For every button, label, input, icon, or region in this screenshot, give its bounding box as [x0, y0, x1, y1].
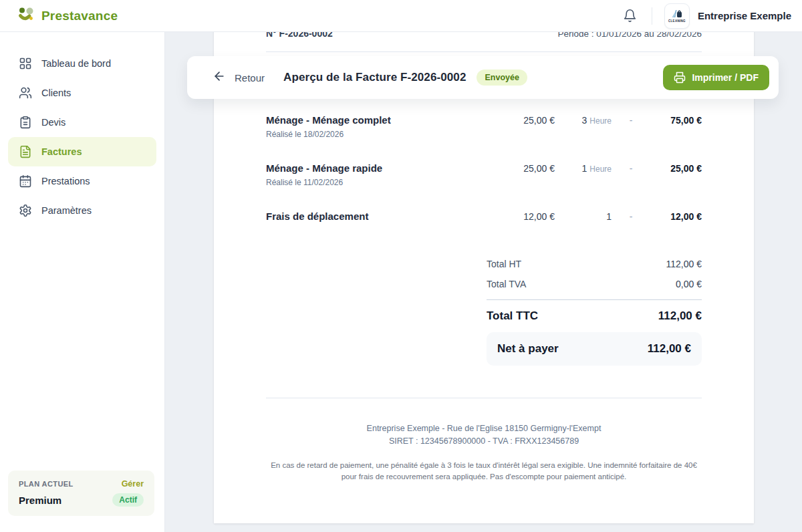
net-to-pay-label: Net à payer [497, 342, 559, 356]
line-item-detail: Réalisé le 18/02/2026 [266, 130, 488, 139]
company-logo-text: CLEANING [668, 19, 686, 23]
divider [266, 398, 702, 398]
smiley-logo-icon [17, 6, 35, 26]
company-logo: CLEANING [664, 3, 690, 29]
sidebar-nav: Tableau de bord Clients Devis Factures P… [0, 32, 164, 225]
plan-name: Premium [19, 495, 61, 506]
invoice-line-item: Ménage - Ménage complet Réalisé le 18/02… [266, 114, 702, 139]
total-ttc-row: Total TTC 112,00 € [487, 299, 702, 323]
net-to-pay-box: Net à payer 112,00 € [487, 332, 702, 366]
line-item-name: Ménage - Ménage complet [266, 114, 488, 127]
brand[interactable]: Prestavance [17, 6, 118, 26]
line-item-quantity: 1Heure [555, 162, 612, 176]
sidebar-item-label: Tableau de bord [41, 58, 111, 69]
sidebar-item-parametres[interactable]: Paramètres [8, 196, 156, 225]
sidebar-item-devis[interactable]: Devis [8, 108, 156, 137]
line-item-name: Frais de déplacement [266, 210, 488, 223]
line-item-discount: - [612, 210, 650, 223]
brand-name: Prestavance [41, 9, 118, 23]
plan-card: PLAN ACTUEL Gérer Premium Actif [8, 471, 154, 516]
sidebar-item-label: Prestations [41, 176, 90, 186]
invoice-line-item: Frais de déplacement 12,00 € 1 - 12,00 € [266, 210, 702, 223]
sidebar-item-label: Paramètres [41, 205, 92, 216]
company-ids-line: SIRET : 12345678900000 - TVA : FRXX12345… [266, 435, 702, 448]
sidebar-item-label: Devis [41, 117, 65, 128]
sidebar-item-label: Factures [41, 146, 82, 157]
total-tva-value: 0,00 € [676, 279, 702, 289]
users-icon [19, 86, 32, 100]
line-item-total: 25,00 € [650, 162, 702, 175]
print-pdf-button[interactable]: Imprimer / PDF [663, 65, 769, 90]
legal-mentions: En cas de retard de paiement, une pénali… [266, 460, 702, 482]
invoice-icon [19, 145, 32, 158]
page-title: Aperçu de la Facture F-2026-0002 [283, 71, 466, 84]
total-ht-row: Total HT 112,00 € [487, 254, 702, 274]
total-tva-label: Total TVA [487, 279, 526, 289]
print-pdf-label: Imprimer / PDF [692, 72, 759, 83]
invoice-line-item: Ménage - Ménage rapide Réalisé le 11/02/… [266, 162, 702, 187]
line-item-discount: - [612, 114, 650, 127]
company-address-line: Entreprise Exemple - Rue de l'Eglise 181… [266, 422, 702, 435]
line-item-discount: - [612, 162, 650, 175]
total-ht-value: 112,00 € [666, 259, 702, 269]
back-button[interactable]: Retour [213, 70, 265, 86]
line-item-unit-price: 25,00 € [488, 114, 555, 127]
notifications-button[interactable] [620, 6, 640, 25]
plan-label: PLAN ACTUEL [19, 480, 74, 488]
calendar-icon [19, 174, 32, 188]
account-menu[interactable]: CLEANING Entreprise Exemple [664, 3, 794, 29]
invoice-line-items: Ménage - Ménage complet Réalisé le 18/02… [266, 114, 702, 223]
back-label: Retour [235, 72, 265, 84]
line-item-quantity: 3Heure [555, 114, 612, 128]
line-item-name: Ménage - Ménage rapide [266, 162, 488, 175]
status-badge-sent: Envoyée [477, 70, 527, 86]
printer-icon [674, 72, 686, 84]
line-item-unit-price: 12,00 € [488, 210, 555, 223]
invoice-totals: Total HT 112,00 € Total TVA 0,00 € Total… [487, 254, 702, 366]
plan-manage-link[interactable]: Gérer [122, 479, 144, 489]
dashboard-icon [19, 57, 32, 70]
gear-icon [19, 204, 32, 217]
total-ht-label: Total HT [487, 259, 521, 269]
header-right: CLEANING Entreprise Exemple [620, 3, 794, 29]
sidebar: Tableau de bord Clients Devis Factures P… [0, 32, 165, 532]
plan-status-badge: Actif [112, 493, 144, 507]
app-header: Prestavance CLEANING Entreprise Exemple [0, 0, 802, 32]
line-item-total: 12,00 € [650, 210, 702, 223]
sidebar-item-clients[interactable]: Clients [8, 78, 156, 108]
sidebar-item-factures[interactable]: Factures [8, 137, 156, 166]
net-to-pay-value: 112,00 € [648, 342, 691, 356]
total-ttc-value: 112,00 € [658, 309, 702, 323]
line-item-unit-price: 25,00 € [488, 162, 555, 175]
sidebar-item-tableau-de-bord[interactable]: Tableau de bord [8, 49, 156, 78]
divider [652, 7, 652, 25]
invoice-footer: Entreprise Exemple - Rue de l'Eglise 181… [266, 422, 702, 482]
divider [266, 51, 702, 52]
line-item-detail: Réalisé le 11/02/2026 [266, 178, 488, 187]
invoice-preview-toolbar: Retour Aperçu de la Facture F-2026-0002 … [187, 56, 779, 99]
line-item-quantity: 1 [555, 210, 612, 223]
user-company-name: Entreprise Exemple [698, 10, 791, 21]
total-ttc-label: Total TTC [487, 309, 538, 323]
sidebar-item-prestations[interactable]: Prestations [8, 166, 156, 196]
line-item-total: 75,00 € [650, 114, 702, 127]
sidebar-item-label: Clients [41, 88, 71, 98]
total-tva-row: Total TVA 0,00 € [487, 274, 702, 294]
arrow-left-icon [213, 70, 226, 86]
clipboard-icon [19, 116, 32, 129]
